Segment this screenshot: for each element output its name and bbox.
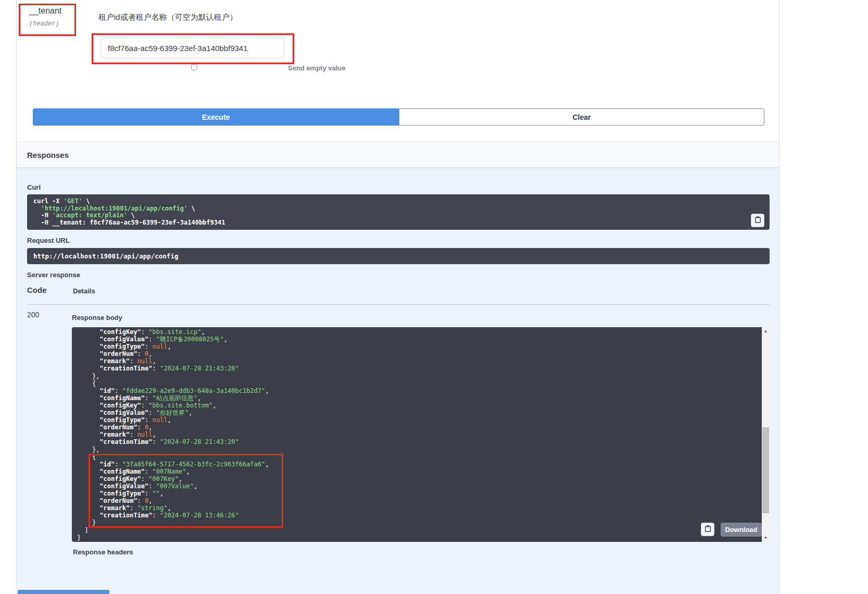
server-response-label: Server response	[27, 271, 80, 279]
send-empty-value-checkbox[interactable]	[191, 64, 197, 70]
response-body-label: Response body	[72, 314, 122, 321]
code-column-header: Code	[27, 286, 47, 294]
tenant-input[interactable]	[101, 38, 284, 58]
swagger-operation-page: __tenant (header) 租户id或者租户名称（可空为默认租户） Se…	[0, 0, 868, 594]
parameter-location: (header)	[29, 20, 61, 28]
responses-section-header: Responses	[17, 142, 779, 168]
opblock-panel: __tenant (header) 租户id或者租户名称（可空为默认租户） Se…	[16, 0, 779, 594]
scrollbar-down-arrow-icon[interactable]: ▼	[762, 534, 770, 542]
request-url-label: Request URL	[27, 237, 70, 244]
status-code: 200	[27, 311, 39, 319]
clipboard-icon	[704, 525, 712, 534]
scrollbar-thumb[interactable]	[762, 427, 769, 513]
send-empty-value-label: Send empty value	[288, 64, 346, 72]
details-column-header: Details	[73, 287, 95, 295]
scrollbar-up-arrow-icon[interactable]: ▲	[762, 327, 770, 335]
response-body-block: "configKey": "bbs.site.icp", "configValu…	[72, 327, 762, 542]
response-headers-label: Response headers	[73, 548, 133, 556]
response-body-code: "configKey": "bbs.site.icp", "configValu…	[77, 328, 762, 541]
clipboard-icon	[754, 216, 762, 225]
parameters-section: __tenant (header) 租户id或者租户名称（可空为默认租户） Se…	[17, 0, 779, 142]
parameter-name: __tenant	[29, 6, 61, 16]
request-url-value: http://localhost:19001/api/app/config	[33, 252, 178, 260]
parameter-description: 租户id或者租户名称（可空为默认租户）	[98, 13, 237, 22]
copy-curl-button[interactable]	[751, 214, 764, 227]
clear-button[interactable]: Clear	[399, 108, 764, 126]
download-button[interactable]: Download	[721, 523, 762, 537]
table-header-divider	[27, 304, 770, 305]
curl-code: curl -X 'GET' \ 'http://localhost:19001/…	[33, 198, 763, 226]
curl-command-block: curl -X 'GET' \ 'http://localhost:19001/…	[27, 194, 770, 230]
request-url-block: http://localhost:19001/api/app/config	[27, 248, 770, 264]
copy-response-button[interactable]	[701, 523, 714, 536]
curl-label: Curl	[27, 183, 41, 191]
next-opblock-peek	[18, 590, 109, 594]
response-body-scrollbar[interactable]: ▲ ▼	[762, 327, 770, 542]
responses-title: Responses	[27, 151, 69, 159]
execute-button[interactable]: Execute	[33, 108, 399, 126]
parameter-name-column: __tenant (header)	[29, 6, 61, 28]
